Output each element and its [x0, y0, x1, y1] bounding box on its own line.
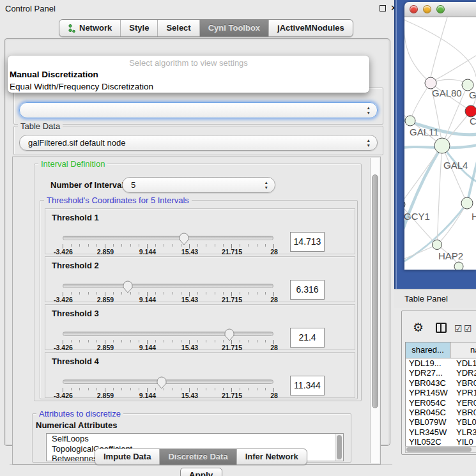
column-header-name[interactable]: na: [450, 342, 476, 358]
cell-name: YBR0: [450, 378, 476, 388]
network-node[interactable]: [454, 262, 463, 270]
algorithm-combobox[interactable]: ▲▼: [19, 102, 378, 118]
network-edge[interactable]: [404, 146, 442, 204]
cell-name: YPR1: [450, 388, 476, 397]
table-row[interactable]: YPR145WYPR1: [406, 388, 476, 397]
network-edge[interactable]: [431, 17, 447, 77]
cell-name: YER0: [450, 398, 476, 408]
network-edge[interactable]: [442, 146, 467, 203]
threshold-slider[interactable]: -3.4262.8599.14415.4321.71528: [63, 329, 273, 351]
panel-tabs: NetworkStyleSelectCyni ToolboxjActiveMNo…: [59, 19, 353, 37]
slider-thumb[interactable]: [224, 328, 234, 341]
column-header-shared-name[interactable]: shared...: [406, 342, 450, 358]
number-of-intervals-combobox[interactable]: 5 ▲▼: [122, 177, 275, 193]
tab-network[interactable]: Network: [59, 20, 121, 36]
tab-style[interactable]: Style: [121, 20, 158, 36]
table-row[interactable]: YDL19...YDL1: [406, 358, 476, 368]
apply-button[interactable]: Apply: [180, 468, 222, 476]
network-node-h[interactable]: [461, 197, 473, 209]
checkbox-icon[interactable]: ☑: [464, 323, 472, 334]
slider-thumb[interactable]: [179, 233, 189, 245]
cell-shared-name: YDL19...: [406, 358, 450, 368]
slider-track[interactable]: [63, 380, 273, 384]
table-panel-body: ⚙ ☑ ☑ shared... na YDL19...YDL1YDR27...Y…: [401, 311, 476, 455]
tab-select[interactable]: Select: [158, 20, 199, 36]
threshold-slider[interactable]: -3.4262.8599.14415.4321.71528: [63, 377, 273, 399]
threshold-label: Threshold 2: [52, 261, 99, 270]
slider-tick-label: 9.144: [139, 344, 156, 351]
gear-icon[interactable]: ⚙: [413, 320, 424, 335]
table-row[interactable]: YBR043CYBR0: [406, 378, 476, 388]
table-data-group-title: Table Data: [18, 121, 63, 131]
attributes-scrollbar[interactable]: [335, 434, 343, 461]
table-row[interactable]: YER054CYER0: [406, 398, 476, 408]
slider-track[interactable]: [63, 332, 273, 336]
threshold-label: Threshold 1: [52, 213, 99, 222]
table-row[interactable]: YBL079WYBL0: [406, 417, 476, 427]
numerical-attributes-label: Numerical Attributes: [36, 420, 117, 430]
network-edge[interactable]: [467, 162, 476, 203]
tab-cyni-toolbox[interactable]: Cyni Toolbox: [200, 20, 269, 36]
threshold-panel: Threshold 3 -3.4262.8599.14415.4321.7152…: [45, 304, 355, 350]
table-h-scrollbar-thumb[interactable]: [406, 447, 472, 452]
network-edge[interactable]: [404, 19, 431, 83]
settings-scrollbar[interactable]: [370, 158, 380, 463]
attribute-item[interactable]: SelfLoops: [47, 434, 343, 444]
algorithm-option-manual-discretization[interactable]: Manual Discretization: [8, 68, 369, 81]
slider-track[interactable]: [63, 236, 273, 240]
zoom-traffic-light-icon[interactable]: [436, 5, 445, 13]
tab-discretize-data[interactable]: Discretize Data: [160, 449, 236, 464]
close-traffic-light-icon[interactable]: [410, 5, 418, 13]
network-node-gal4[interactable]: [434, 138, 450, 153]
threshold-value-field[interactable]: 21.4: [290, 328, 325, 348]
attributes-scrollbar-thumb[interactable]: [337, 435, 342, 459]
table-row[interactable]: YDR27...YDR2: [406, 368, 476, 378]
threshold-value-field[interactable]: 14.713: [290, 232, 325, 252]
algorithm-option-equal-width-frequency-discretization[interactable]: Equal Width/Frequency Discretization: [8, 81, 369, 93]
network-canvas[interactable]: GAL80GACGAL11GAL4GCY1HHAP2: [404, 17, 476, 270]
network-node-gal11[interactable]: [405, 116, 415, 126]
table-panel-title: Table Panel: [404, 294, 448, 303]
table-row[interactable]: YBR045CYBR0: [406, 408, 476, 417]
spinner-arrows-icon: ▲▼: [367, 105, 371, 116]
network-node-gcy1[interactable]: [404, 199, 405, 210]
network-node-label: H: [472, 211, 476, 222]
threshold-value-field[interactable]: 6.316: [290, 280, 325, 300]
settings-scrollbar-thumb[interactable]: [372, 174, 378, 408]
network-edge[interactable]: [410, 83, 431, 121]
minimize-traffic-light-icon[interactable]: [423, 5, 431, 13]
columns-icon[interactable]: [436, 323, 447, 333]
tab-jactivemnodules[interactable]: jActiveMNodules: [269, 20, 353, 36]
cell-name: YDR2: [450, 368, 476, 378]
tab-label: Network: [79, 20, 112, 36]
float-window-icon[interactable]: [380, 5, 386, 12]
tab-impute-data[interactable]: Impute Data: [95, 449, 160, 464]
checkbox-icon[interactable]: ☑: [454, 323, 463, 334]
number-of-intervals-label: Number of Intervals: [50, 180, 128, 190]
cyni-mode-tabs: Impute DataDiscretize DataInfer Network: [95, 449, 307, 465]
algorithm-popup-options: Manual DiscretizationEqual Width/Frequen…: [8, 68, 369, 93]
threshold-value-field[interactable]: 11.344: [290, 376, 325, 395]
network-edge[interactable]: [404, 19, 476, 77]
threshold-slider[interactable]: -3.4262.8599.14415.4321.71528: [63, 233, 273, 255]
slider-track[interactable]: [63, 284, 273, 288]
table-h-scrollbar[interactable]: [405, 446, 476, 453]
node-table[interactable]: shared... na YDL19...YDL1YDR27...YDR2YBR…: [405, 342, 476, 448]
network-edge[interactable]: [433, 56, 476, 81]
tab-label: Cyni Toolbox: [208, 20, 260, 36]
cyni-toolbox-panel: Discretization Algorithm ▲▼ Table Data g…: [4, 38, 390, 446]
network-node-hap2[interactable]: [433, 240, 442, 250]
network-edge[interactable]: [437, 146, 442, 245]
slider-thumb[interactable]: [157, 376, 167, 389]
threshold-panel: Threshold 4 -3.4262.8599.14415.4321.7152…: [45, 352, 355, 398]
slider-tick-label: 15.43: [181, 344, 198, 351]
table-data-combobox[interactable]: galFiltered.sif default node ▲▼: [19, 135, 378, 151]
slider-thumb[interactable]: [123, 280, 133, 293]
tab-infer-network[interactable]: Infer Network: [237, 449, 307, 464]
slider-tick-label: 9.144: [139, 248, 156, 256]
cell-shared-name: YBR045C: [406, 408, 450, 417]
screen: Control Panel ✕ NetworkStyleSelectCyni T…: [0, 0, 476, 476]
table-row[interactable]: YLR345WYLR3: [406, 427, 476, 437]
slider-tick-label: 2.859: [97, 344, 114, 351]
threshold-slider[interactable]: -3.4262.8599.14415.4321.71528: [63, 281, 273, 303]
